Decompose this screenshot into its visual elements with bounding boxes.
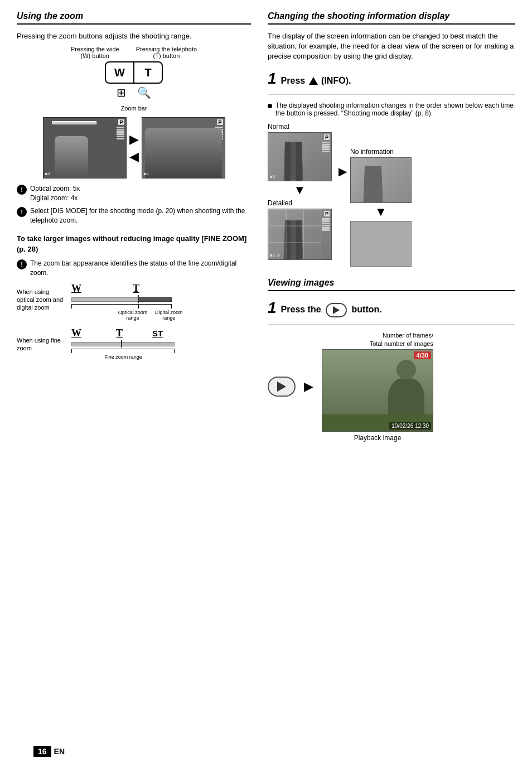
fine-zoom-range-label: Fine zoom range <box>104 354 142 360</box>
step1-bullet: The displayed shooting information chang… <box>268 102 515 117</box>
arrow-right-icon: ▶ <box>129 132 139 147</box>
bullet-dot <box>268 104 272 108</box>
fine-t-label: T <box>116 327 123 339</box>
fine-w-label: W <box>71 327 81 339</box>
info-display-title-text: Changing the shooting information displa… <box>268 11 449 21</box>
zoom-diagram-optical-digital: When using optical zoom and digital zoom… <box>17 283 251 316</box>
zoom-icons-row: ⊞ 🔍 <box>17 86 251 99</box>
playback-image-area: Number of frames/Total number of images … <box>322 331 433 442</box>
zoom-w-label: W <box>71 283 81 295</box>
normal-screen: P ■3 <box>268 132 332 181</box>
play-button-icon[interactable] <box>326 303 347 317</box>
page-number-area: 16 EN <box>33 746 65 757</box>
play-triangle-large-icon <box>277 382 286 392</box>
note-2: ! Select [DIS MODE] for the shooting mod… <box>17 206 251 225</box>
play-button-large[interactable] <box>268 377 296 397</box>
arrow-left-icon: ◀ <box>129 150 139 164</box>
page-number: 16 <box>33 746 51 757</box>
note-1: ! Optical zoom: 5xDigital zoom: 4x <box>17 184 251 203</box>
wide-button-label: Pressing the wide(W) button <box>71 46 119 59</box>
w-button-label: W <box>114 66 125 79</box>
normal-detailed-screens: Normal P ■3 <box>268 123 332 260</box>
info-display-title: Changing the shooting information displa… <box>268 11 515 25</box>
tele-button-label: Pressing the telephoto(T) button <box>136 46 197 59</box>
playback-date: 10/02/26 12:30 <box>389 422 431 430</box>
fine-zoom-note-icon: ! <box>17 259 27 269</box>
note-icon-1: ! <box>17 185 27 195</box>
playback-label: Playback image <box>322 434 433 442</box>
note-icon-2: ! <box>17 207 27 217</box>
no-info-empty-screen <box>350 221 412 267</box>
zoom-intro: Pressing the zoom buttons adjusts the sh… <box>17 31 251 41</box>
note-text-2: Select [DIS MODE] for the shooting mode … <box>30 206 251 225</box>
left-column: Using the zoom Pressing the zoom buttons… <box>17 11 251 442</box>
step1-text: Press (INFO). <box>281 76 351 86</box>
step1-number: 1 <box>268 70 277 88</box>
step2-number: 1 <box>268 299 277 317</box>
page-lang: EN <box>54 747 65 756</box>
viewing-section: Viewing images 1 Press the button. <box>268 278 515 442</box>
digital-range-label: Digital zoomrange <box>155 310 183 321</box>
step2-btn-label: button. <box>352 305 382 315</box>
viewing-section-title: Viewing images <box>268 278 515 291</box>
fine-zoom-row-label: When using fine zoom <box>17 336 67 353</box>
wide-icon: ⊞ <box>117 86 126 99</box>
zoom-bar-label: Zoom bar <box>17 105 251 112</box>
step1-header: 1 Press (INFO). <box>268 70 515 88</box>
step2-text: Press the button. <box>281 303 382 317</box>
right-column: Changing the shooting information displa… <box>268 11 515 442</box>
no-info-area: ▶ No information ▼ <box>338 148 412 267</box>
playback-image: 4/30 10/02/26 12:30 <box>322 349 433 432</box>
step1-bullet-text: The displayed shooting information chang… <box>275 102 515 117</box>
tele-icon: 🔍 <box>137 86 151 99</box>
playback-row: ▶ Number of frames/Total number of image… <box>268 331 515 442</box>
frames-label: Number of frames/Total number of images <box>322 331 433 348</box>
note-text-1: Optical zoom: 5xDigital zoom: 4x <box>30 184 80 203</box>
step1-btn: (INFO). <box>321 76 351 85</box>
normal-label: Normal <box>268 123 332 131</box>
info-display-intro: The display of the screen information ca… <box>268 31 515 62</box>
zoom-t-label: T <box>133 283 139 295</box>
playback-arrow-icon: ▶ <box>304 379 313 394</box>
zoom-section-title: Using the zoom <box>17 11 251 25</box>
camera-screens-area: P ■4 ▶ ◀ <box>17 117 251 179</box>
w-button[interactable]: W <box>105 61 134 84</box>
arrow-down-right: ▼ <box>350 205 412 219</box>
step2-header: 1 Press the button. <box>268 299 515 318</box>
zoom-diagram-fine: When using fine zoom W T ST Fine zoom ra… <box>17 327 251 361</box>
fine-zoom-note: ! The zoom bar appearance identifies the… <box>17 259 251 278</box>
optical-digital-label: When using optical zoom and digital zoom <box>17 288 67 312</box>
fine-zoom-section: To take larger images without reducing i… <box>17 234 251 277</box>
camera-screen-wide: P ■4 <box>43 117 127 179</box>
arrow-right-preview-icon: ▶ <box>338 165 347 178</box>
fine-st-label: ST <box>152 329 163 338</box>
playback-counter: 4/30 <box>414 351 431 359</box>
t-button[interactable]: T <box>134 61 163 84</box>
arrow-down-icon: ▼ <box>268 183 332 197</box>
no-info-screen <box>350 157 412 203</box>
arrow-container: ▶ ◀ <box>129 132 139 164</box>
detailed-screen: P ■3 ⊙ <box>268 209 332 260</box>
fine-zoom-note-text: The zoom bar appearance identifies the s… <box>30 259 251 278</box>
info-triangle-icon <box>309 77 318 85</box>
camera-screen-tele: P ■4 <box>142 117 225 179</box>
step2-label: Press the <box>281 305 321 315</box>
page-layout: Using the zoom Pressing the zoom buttons… <box>17 11 515 442</box>
zoom-diagrams: When using optical zoom and digital zoom… <box>17 283 251 361</box>
play-triangle-icon <box>333 306 340 314</box>
fine-zoom-title: To take larger images without reducing i… <box>17 234 251 254</box>
optical-range-label: Optical zoomrange <box>116 310 149 321</box>
detailed-label: Detailed <box>268 199 332 207</box>
t-button-label: T <box>144 66 151 79</box>
no-info-label: No information <box>350 148 412 156</box>
